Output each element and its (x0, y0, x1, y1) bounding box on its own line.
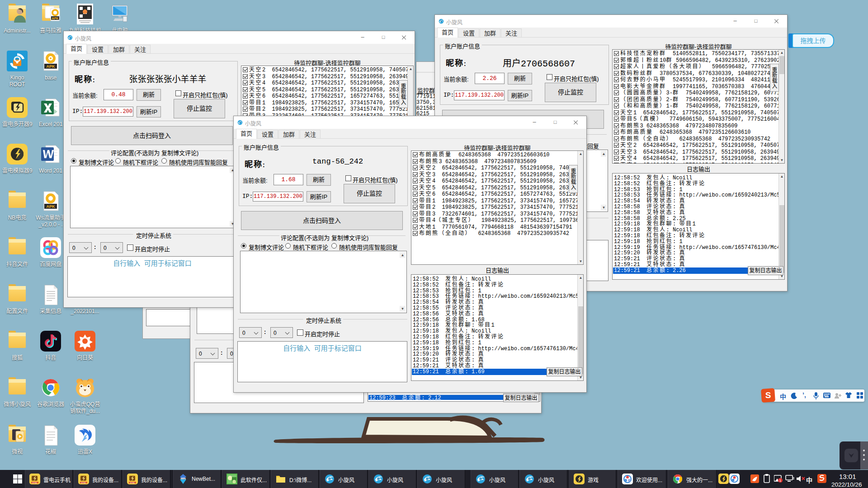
svg-text:APK: APK (46, 204, 55, 209)
svg-text:TOP: TOP (478, 478, 483, 481)
svg-text:HTML: HTML (81, 482, 87, 484)
svg-text:TOP: TOP (327, 478, 332, 481)
svg-text:APK: APK (52, 17, 59, 20)
svg-text:TOP: TOP (527, 478, 532, 481)
svg-text:APK: APK (46, 64, 55, 69)
svg-text:1: 1 (779, 479, 782, 483)
svg-text:TOP: TOP (425, 478, 430, 481)
svg-text:WIN: WIN (180, 477, 186, 480)
svg-text:HTML: HTML (130, 482, 136, 484)
svg-text:TOP: TOP (376, 478, 381, 481)
svg-text:HTML: HTML (33, 482, 38, 484)
